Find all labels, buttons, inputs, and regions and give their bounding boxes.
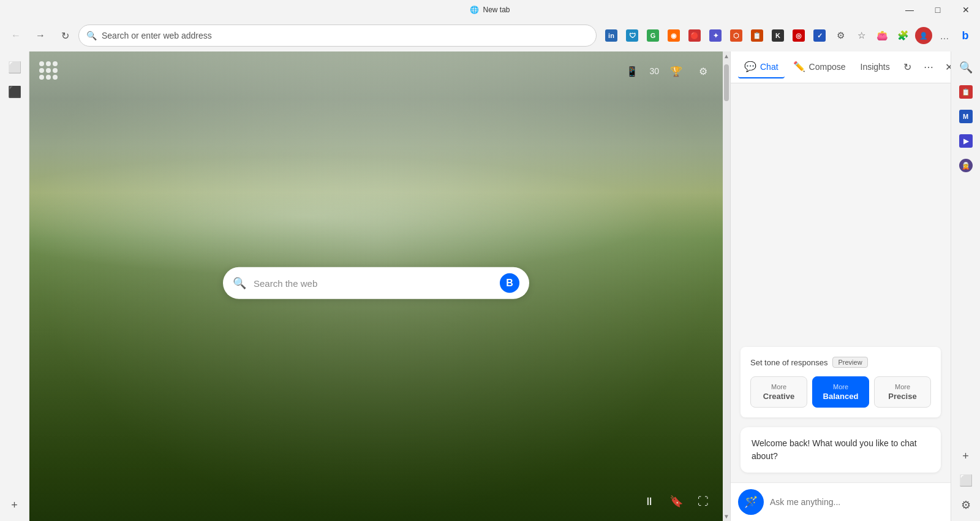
edge-icon-4[interactable]: 🧝	[955, 154, 977, 177]
creative-more-label: More	[771, 383, 786, 390]
toolbar-icons: in 🛡 G ◉ 🔴 ✦ ⬡ 📋 K ◎ ✓	[601, 26, 975, 45]
balanced-label: Balanced	[823, 392, 859, 401]
tone-section: Set tone of responses Preview More Creat…	[741, 347, 941, 417]
edge-settings-button[interactable]: ⚙	[955, 494, 977, 516]
preview-badge: Preview	[832, 357, 867, 368]
address-bar[interactable]: 🔍 Search or enter web address	[78, 25, 597, 47]
settings-button[interactable]: ⚙	[693, 61, 713, 81]
edge-add-button[interactable]: +	[955, 445, 977, 467]
toolbar-icon-6[interactable]: ✦	[706, 26, 725, 45]
toolbar-icon-8[interactable]: 📋	[747, 26, 767, 45]
insights-tab-label: Insights	[861, 62, 890, 72]
tone-header: Set tone of responses Preview	[750, 357, 931, 368]
nav-bar: ← → ↻ 🔍 Search or enter web address in 🛡…	[0, 20, 980, 51]
trophy-button[interactable]: 🏆	[666, 61, 686, 81]
scrollbar[interactable]: ▲ ▼	[723, 51, 730, 521]
maximize-button[interactable]: □	[924, 0, 952, 20]
content-top-controls: 📱 30 🏆 ⚙	[39, 61, 713, 81]
tabs-icon[interactable]: ⬜	[4, 56, 26, 78]
tab-compose[interactable]: ✏️ Compose	[787, 56, 852, 78]
search-icon: 🔍	[233, 276, 246, 290]
chat-icon: 💬	[744, 61, 756, 72]
brand-icon2: 🔴	[688, 29, 701, 42]
brand-icon8: ✓	[813, 29, 826, 42]
mobile-view-button[interactable]: 📱	[622, 61, 642, 81]
send-button[interactable]: 🪄	[738, 489, 764, 515]
title-bar: 🌐 New tab — □ ✕	[0, 0, 980, 20]
precise-more-label: More	[895, 383, 910, 390]
brand-icon3: ✦	[709, 29, 722, 42]
toolbar-icon-3[interactable]: G	[643, 26, 663, 45]
more-options-button[interactable]: ⋯	[919, 58, 938, 77]
window-title: 🌐 New tab	[470, 6, 510, 14]
background-image: 📱 30 🏆 ⚙ 🔍 Search the web B ⏸	[29, 51, 723, 521]
toolbar-icon-2[interactable]: 🛡	[622, 26, 642, 45]
expand-button[interactable]: ⛶	[693, 492, 713, 511]
bing-button[interactable]: B	[500, 273, 519, 293]
address-text: Search or enter web address	[102, 31, 589, 40]
apps-grid-button[interactable]	[39, 61, 59, 81]
brand-icon7: ◎	[793, 29, 805, 42]
tone-creative-button[interactable]: More Creative	[750, 376, 807, 408]
shield-icon: 🛡	[626, 29, 638, 42]
edge-icon-3[interactable]: ▶	[955, 130, 977, 152]
compose-tab-label: Compose	[809, 62, 846, 72]
tone-balanced-button[interactable]: More Balanced	[812, 376, 869, 408]
edge-icon-2[interactable]: M	[955, 105, 977, 127]
copilot-main: Set tone of responses Preview More Creat…	[731, 83, 951, 482]
toolbar-icon-7[interactable]: ⬡	[726, 26, 746, 45]
minimize-button[interactable]: —	[895, 0, 924, 20]
window-controls: — □ ✕	[895, 0, 980, 20]
main-search: 🔍 Search the web B	[223, 267, 529, 299]
toolbar-icon-14[interactable]: 👛	[872, 26, 892, 45]
tone-buttons: More Creative More Balanced More Precise	[750, 376, 931, 408]
wallet-icon: 👛	[876, 30, 888, 41]
extensions-icon: 🧩	[897, 30, 909, 41]
search-box[interactable]: 🔍 Search the web B	[223, 267, 529, 299]
tab-chat[interactable]: 💬 Chat	[738, 56, 785, 78]
copilot-header-actions: ↻ ⋯ ✕	[899, 58, 959, 77]
edge-icon-1[interactable]: 📋	[955, 81, 977, 103]
toolbar-icon-10[interactable]: ◎	[789, 26, 809, 45]
bing-logo: B	[506, 278, 513, 289]
vertical-tabs-icon[interactable]: ⬛	[4, 81, 26, 103]
compose-icon: ✏️	[793, 61, 805, 72]
search-icon: 🔍	[86, 31, 97, 40]
right-edge-sidebar: 🔍 📋 M ▶ 🧝 + ⬜ ⚙	[951, 51, 980, 521]
main-area: ⬜ ⬛ + 📱 30 🏆 ⚙	[0, 51, 980, 521]
tab-title: New tab	[483, 6, 510, 14]
tab-insights[interactable]: Insights	[854, 57, 896, 78]
edge-expand-button[interactable]: ⬜	[955, 470, 977, 492]
forward-button[interactable]: →	[29, 25, 51, 47]
welcome-text: Welcome back! What would you like to cha…	[752, 438, 917, 461]
balanced-more-label: More	[833, 383, 848, 390]
more-button[interactable]: …	[935, 26, 954, 45]
brand-icon6: K	[772, 29, 784, 42]
bing-sidebar-button[interactable]: b	[956, 26, 975, 45]
chat-input[interactable]	[770, 497, 943, 507]
toolbar-icon-15[interactable]: 🧩	[893, 26, 913, 45]
toolbar-icon-1[interactable]: in	[601, 26, 621, 45]
brand-icon4: ⬡	[730, 29, 742, 42]
add-tab-button[interactable]: +	[4, 494, 26, 516]
refresh-button[interactable]: ↻	[54, 25, 76, 47]
info-button[interactable]: 🔖	[666, 492, 686, 511]
back-button[interactable]: ←	[5, 25, 27, 47]
toolbar-icon-4[interactable]: ◉	[664, 26, 684, 45]
toolbar-icon-13[interactable]: ☆	[851, 26, 871, 45]
tone-precise-button[interactable]: More Precise	[874, 376, 931, 408]
avatar-icon: 👤	[915, 27, 932, 44]
edge-search-button[interactable]: 🔍	[955, 56, 977, 78]
scroll-down-arrow[interactable]: ▼	[723, 513, 729, 520]
toolbar-icon-5[interactable]: 🔴	[685, 26, 704, 45]
toolbar-icon-9[interactable]: K	[768, 26, 788, 45]
scroll-up-arrow[interactable]: ▲	[723, 53, 729, 59]
refresh-chat-button[interactable]: ↻	[899, 58, 917, 77]
scroll-thumb[interactable]	[724, 64, 729, 101]
user-avatar[interactable]: 👤	[914, 26, 933, 45]
send-icon: 🪄	[744, 495, 758, 509]
pause-button[interactable]: ⏸	[639, 492, 659, 511]
toolbar-icon-11[interactable]: ✓	[810, 26, 829, 45]
close-button[interactable]: ✕	[952, 0, 980, 20]
toolbar-icon-12[interactable]: ⚙	[831, 26, 850, 45]
